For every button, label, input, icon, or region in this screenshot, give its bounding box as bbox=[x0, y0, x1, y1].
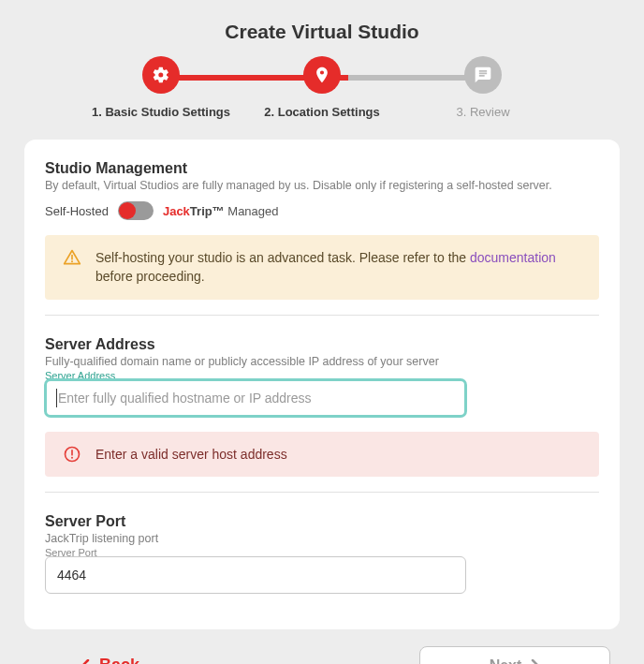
svg-point-1 bbox=[71, 260, 73, 262]
chat-icon bbox=[464, 56, 502, 94]
warning-text-post: before proceeding. bbox=[95, 269, 205, 284]
next-button[interactable]: Next bbox=[419, 646, 610, 664]
section-heading: Server Port bbox=[45, 513, 599, 530]
form-card: Studio Management By default, Virtual St… bbox=[24, 140, 620, 629]
next-button-label: Next bbox=[490, 657, 522, 664]
brand-managed: Managed bbox=[225, 204, 279, 218]
gear-icon bbox=[142, 56, 180, 94]
pin-icon bbox=[303, 56, 341, 94]
error-icon bbox=[62, 445, 82, 464]
svg-point-4 bbox=[71, 456, 73, 458]
step-label: 2. Location Settings bbox=[264, 105, 380, 119]
step-label: 1. Basic Studio Settings bbox=[92, 105, 230, 119]
warning-icon bbox=[62, 248, 82, 287]
server-address-error: Enter a valid server host address bbox=[45, 432, 599, 477]
section-subtext: By default, Virtual Studios are fully ma… bbox=[45, 179, 599, 192]
section-server-address: Server Address Fully-qualified domain na… bbox=[45, 315, 599, 477]
self-host-warning: Self-hosting your studio is an advanced … bbox=[45, 235, 599, 300]
page-title: Create Virtual Studio bbox=[24, 0, 620, 56]
error-text: Enter a valid server host address bbox=[95, 445, 287, 464]
managed-toggle-row: Self-Hosted JackTrip™ Managed bbox=[45, 201, 599, 220]
warning-text-pre: Self-hosting your studio is an advanced … bbox=[95, 250, 470, 265]
step-label: 3. Review bbox=[456, 105, 509, 119]
wizard-footer: Back Next bbox=[24, 646, 620, 664]
section-studio-management: Studio Management By default, Virtual St… bbox=[45, 160, 599, 300]
brand-trip: Trip™ bbox=[190, 204, 225, 218]
step-review: 3. Review bbox=[402, 56, 564, 119]
toggle-left-label: Self-Hosted bbox=[45, 204, 109, 218]
section-heading: Studio Management bbox=[45, 160, 599, 177]
section-subtext: Fully-qualified domain name or publicly … bbox=[45, 355, 599, 368]
back-button[interactable]: Back bbox=[34, 656, 139, 664]
section-server-port: Server Port JackTrip listening port Serv… bbox=[45, 492, 599, 594]
managed-toggle[interactable] bbox=[118, 201, 154, 220]
section-subtext: JackTrip listening port bbox=[45, 532, 599, 545]
documentation-link[interactable]: documentation bbox=[470, 250, 556, 265]
brand-jack: Jack bbox=[163, 204, 190, 218]
back-button-label: Back bbox=[99, 656, 139, 664]
toggle-right-label: JackTrip™ Managed bbox=[163, 204, 279, 218]
toggle-knob bbox=[119, 202, 136, 219]
chevron-left-icon bbox=[80, 659, 90, 664]
server-port-input[interactable] bbox=[45, 556, 466, 594]
wizard-stepper: 1. Basic Studio Settings 2. Location Set… bbox=[24, 56, 620, 119]
chevron-right-icon bbox=[531, 659, 540, 664]
section-heading: Server Address bbox=[45, 336, 599, 353]
server-address-input[interactable] bbox=[45, 379, 466, 417]
warning-text: Self-hosting your studio is an advanced … bbox=[95, 248, 582, 287]
step-basic-settings[interactable]: 1. Basic Studio Settings bbox=[80, 56, 242, 119]
step-location-settings[interactable]: 2. Location Settings bbox=[242, 56, 402, 119]
